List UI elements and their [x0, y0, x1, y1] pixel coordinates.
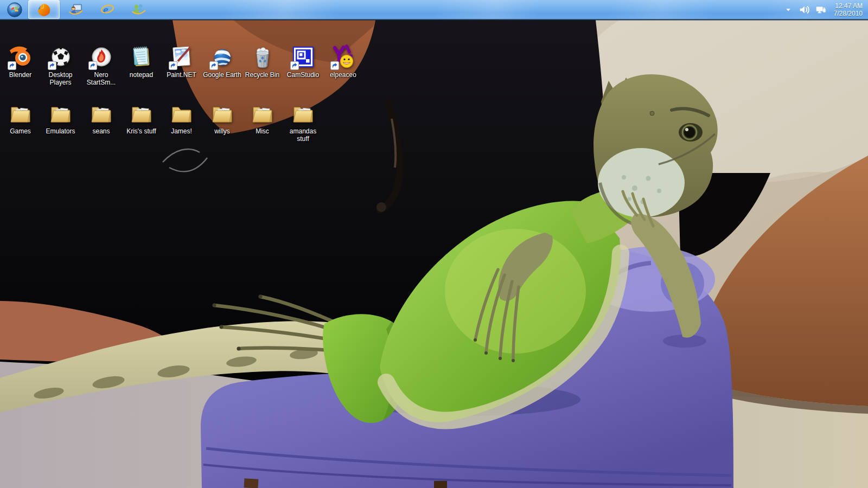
icon-label: willys	[214, 127, 230, 135]
icon-label: notepad	[130, 71, 153, 79]
clock-date: 7/28/2010	[834, 10, 863, 17]
desktop-icon-elpeaceo[interactable]: elpeaceo	[323, 44, 363, 79]
icon-label: Misc	[256, 127, 269, 135]
two-people-messenger-icon	[131, 2, 146, 17]
icon-label: seans	[92, 127, 110, 135]
desktop-folder-willys[interactable]: willys	[202, 100, 242, 135]
icon-label: Recycle Bin	[245, 71, 279, 79]
desktop[interactable]: Blender Desktop Players Nero StartSm... …	[0, 20, 868, 488]
taskbar-button-internet-explorer[interactable]	[92, 1, 123, 18]
windows-desktop-screen: e	[0, 0, 868, 488]
taskbar-button-firefox[interactable]	[28, 0, 60, 19]
icon-label: Desktop Players	[41, 71, 81, 86]
firefox-icon	[36, 2, 52, 17]
start-button[interactable]	[2, 1, 27, 18]
tray-clock[interactable]: 12:47 AM 7/28/2010	[831, 2, 863, 17]
desktop-folder-seans[interactable]: seans	[81, 100, 122, 135]
desktop-folder-amandas-stuff[interactable]: amandas stuff	[283, 100, 323, 143]
notepad-icon	[129, 62, 155, 72]
desktop-icon-nero-startsmart[interactable]: Nero StartSm...	[81, 44, 122, 86]
wallpaper-photo-lizard-on-couch	[0, 20, 868, 488]
windows-start-orb-icon	[7, 2, 23, 18]
icon-label: Paint.NET	[167, 71, 196, 79]
folder-icon	[88, 119, 114, 128]
folder-icon	[250, 119, 276, 128]
desktop-icon-paintnet[interactable]: Paint.NET	[161, 44, 202, 79]
icon-label: Emulators	[46, 127, 75, 135]
desktop-folder-games[interactable]: Games	[0, 100, 41, 135]
desktop-icon-recycle-bin[interactable]: Recycle Bin	[242, 44, 283, 79]
folder-icon	[48, 119, 74, 128]
icon-label: Google Earth	[203, 71, 241, 79]
system-tray: 12:47 AM 7/28/2010	[782, 2, 868, 17]
internet-explorer-icon	[100, 2, 115, 17]
folder-icon	[129, 119, 155, 128]
hidden-icons-chevron[interactable]	[782, 3, 795, 16]
recycle-bin-full-icon	[250, 62, 276, 72]
icon-label: Games	[10, 127, 31, 135]
desktop-folder-james[interactable]: James!	[161, 100, 202, 135]
couch-leg	[434, 481, 447, 488]
icon-label: elpeaceo	[330, 71, 356, 79]
desktop-icon-desktop-players[interactable]: Desktop Players	[40, 44, 81, 86]
desktop-icon-google-earth[interactable]: Google Earth	[202, 44, 242, 79]
desktop-icon-notepad[interactable]: notepad	[121, 44, 162, 79]
icon-label: Kris's stuff	[126, 127, 156, 135]
taskbar-button-live-messenger[interactable]	[124, 1, 154, 18]
folder-icon	[169, 119, 195, 128]
folder-icon	[290, 119, 316, 128]
icon-label: amandas stuff	[283, 127, 323, 143]
user-at-computer-icon	[68, 2, 84, 17]
desktop-icon-camstudio[interactable]: CamStudio	[283, 44, 323, 79]
desktop-folder-emulators[interactable]: Emulators	[40, 100, 81, 135]
icon-label: James!	[171, 127, 192, 135]
icon-label: Nero StartSm...	[81, 71, 122, 86]
network-icon[interactable]	[814, 3, 827, 16]
clock-time: 12:47 AM	[835, 2, 863, 10]
icon-label: Blender	[9, 71, 31, 79]
lizard-nostril	[650, 111, 654, 115]
folder-icon	[209, 119, 235, 128]
icon-label: CamStudio	[287, 71, 319, 79]
folder-icon	[8, 119, 34, 128]
volume-icon[interactable]	[798, 3, 811, 16]
taskbar: 12:47 AM 7/28/2010	[0, 0, 868, 20]
desktop-folder-misc[interactable]: Misc	[242, 100, 283, 135]
desktop-folder-kriss-stuff[interactable]: Kris's stuff	[121, 100, 162, 135]
taskbar-button-messenger-call[interactable]	[61, 1, 91, 18]
couch-leg	[244, 478, 259, 488]
desktop-icon-blender[interactable]: Blender	[0, 44, 41, 79]
